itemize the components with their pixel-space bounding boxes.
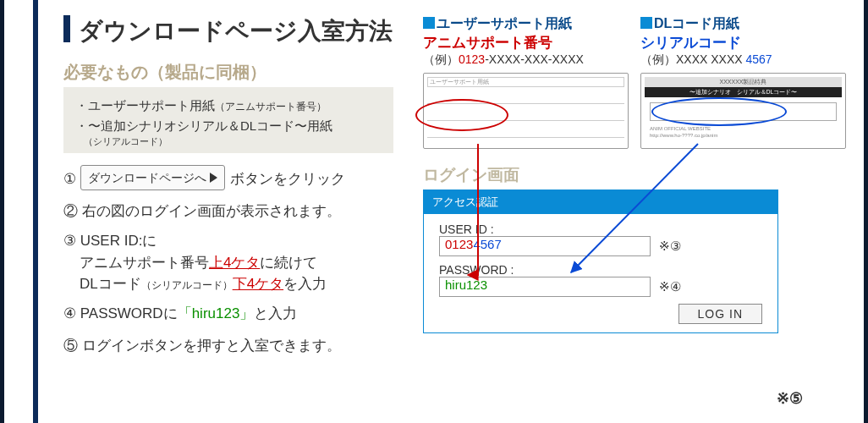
- step-number: ②: [63, 203, 78, 219]
- anime-support-number-label: アニムサポート番号: [423, 33, 629, 52]
- user-id-input[interactable]: 01234567: [439, 236, 651, 256]
- step-5: ⑤ ログインボタンを押すと入室できます。: [63, 332, 402, 360]
- serial-code-label: シリアルコード: [640, 33, 846, 52]
- title-bar-icon: [63, 15, 70, 42]
- user-id-label: USER ID :: [439, 222, 762, 236]
- example-serial: （例）XXXX XXXX 4567: [640, 52, 846, 68]
- red-circle-annotation: [415, 99, 508, 131]
- step-2: ② 右の図のログイン画面が表示されます。: [63, 198, 402, 225]
- login-header: アクセス認証: [424, 190, 777, 214]
- square-bullet-icon: [423, 17, 435, 29]
- password-label: PASSWORD :: [439, 263, 762, 277]
- requirement-item: ・〜追加シナリオシリアル＆DLコード〜用紙 （シリアルコード）: [75, 116, 382, 150]
- download-page-button-label: ダウンロードページへ: [88, 167, 206, 190]
- password-input[interactable]: hiru123: [439, 277, 651, 297]
- support-paper-illustration: ユーザーサポート用紙: [423, 73, 629, 149]
- dl-code-card: DLコード用紙 シリアルコード （例）XXXX XXXX 4567 XXXXXX…: [640, 15, 846, 149]
- reference-5: ※⑤: [777, 389, 803, 408]
- step-1: ① ダウンロードページへ ボタンをクリック: [63, 165, 402, 193]
- log-in-button[interactable]: LOG IN: [678, 304, 762, 324]
- step-number: ①: [63, 171, 76, 187]
- login-panel: アクセス認証 USER ID : 01234567 ※③ PASSWORD : …: [423, 190, 778, 333]
- vertical-rule: [33, 0, 38, 423]
- step-number: ③: [63, 233, 76, 249]
- steps-list: ① ダウンロードページへ ボタンをクリック ② 右の図のログイン画面が表示されま…: [63, 165, 402, 360]
- requirement-item: ・ユーザーサポート用紙（アニムサポート番号）: [75, 96, 382, 116]
- dlcode-paper-illustration: XXXXXX製品特典 〜追加シナリオ シリアル＆DLコード〜 ANIM OFFI…: [640, 73, 846, 149]
- square-bullet-icon: [640, 17, 652, 29]
- step-number: ④: [63, 305, 76, 321]
- user-support-card: ユーザーサポート用紙 アニムサポート番号 （例）0123-XXXX-XXX-XX…: [423, 15, 629, 149]
- step-3: ③ USER ID:に アニムサポート番号上4ケタに続けて DLコード（シリアル…: [63, 230, 402, 295]
- title-text: ダウンロードページ入室方法: [79, 18, 393, 44]
- login-section-title: ログイン画面: [423, 164, 846, 186]
- step-4: ④ PASSWORDに「hiru123」と入力: [63, 300, 402, 327]
- blue-circle-annotation: [651, 97, 787, 126]
- reference-3: ※③: [659, 239, 681, 254]
- play-triangle-icon: [210, 173, 217, 183]
- download-page-button[interactable]: ダウンロードページへ: [80, 165, 225, 191]
- example-number: （例）0123-XXXX-XXX-XXXX: [423, 52, 629, 68]
- step-number: ⑤: [63, 338, 78, 354]
- requirements-box: ・ユーザーサポート用紙（アニムサポート番号） ・〜追加シナリオシリアル＆DLコー…: [63, 87, 393, 153]
- requirements-heading: 必要なもの（製品に同梱）: [63, 61, 402, 84]
- reference-4: ※④: [659, 279, 681, 294]
